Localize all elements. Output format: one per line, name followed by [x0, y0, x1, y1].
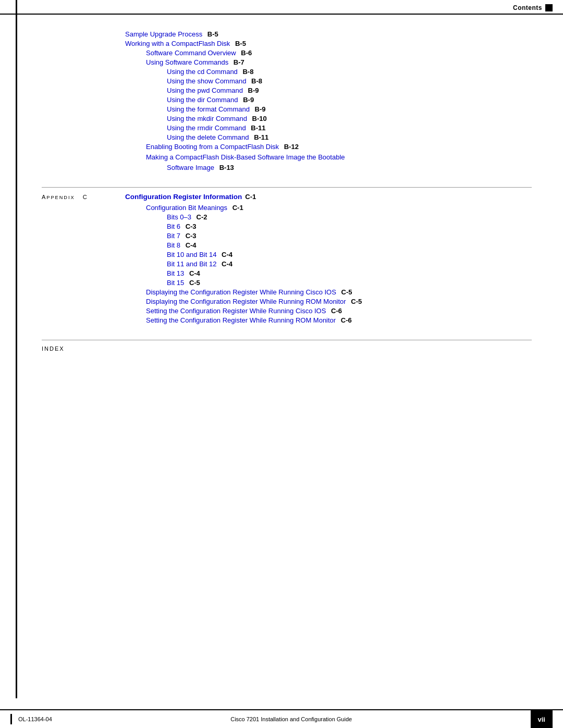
toc-entry-display-ios: Displaying the Configuration Register Wh…: [42, 288, 532, 296]
toc-entry-bit-13: Bit 13 C-4: [42, 269, 532, 277]
toc-entry-bit-7: Bit 7 C-3: [42, 232, 532, 240]
toc-link-using-software-cmds[interactable]: Using Software Commands: [146, 58, 228, 66]
toc-entry-format: Using the format Command B-9: [42, 105, 532, 113]
toc-page-bit-11-12: C-4: [222, 260, 232, 268]
toc-page-delete: B-11: [254, 133, 268, 141]
toc-link-making-bootable[interactable]: Making a CompactFlash Disk-Based Softwar…: [146, 153, 345, 161]
bottom-center-title: Cisco 7201 Installation and Configuratio…: [230, 716, 352, 722]
toc-page-bit-8: C-4: [186, 241, 197, 249]
appendix-c-label: APPENDIX C: [42, 194, 125, 200]
toc-page-bit-15: C-5: [189, 279, 200, 287]
toc-entry-config-bit-meanings: Configuration Bit Meanings C-1: [42, 204, 532, 212]
toc-link-config-bit-meanings[interactable]: Configuration Bit Meanings: [146, 204, 227, 212]
toc-link-dir[interactable]: Using the dir Command: [167, 96, 238, 104]
toc-entry-bit-15: Bit 15 C-5: [42, 279, 532, 287]
toc-link-setting-ios[interactable]: Setting the Configuration Register While…: [146, 307, 326, 315]
toc-entry-bit-6: Bit 6 C-3: [42, 223, 532, 230]
toc-entry-sample-upgrade: Sample Upgrade Process B-5: [42, 30, 532, 38]
toc-page-display-rom: C-5: [351, 298, 362, 305]
toc-entry-dir: Using the dir Command B-9: [42, 96, 532, 104]
toc-link-bit-13[interactable]: Bit 13: [167, 269, 184, 277]
appendix-c-page: C-1: [245, 193, 256, 201]
toc-page-show: B-8: [251, 77, 262, 85]
toc-page-bit-13: C-4: [189, 269, 200, 277]
appendix-c-row: APPENDIX C Configuration Register Inform…: [42, 187, 532, 201]
toc-entry-pwd: Using the pwd Command B-9: [42, 87, 532, 94]
toc-link-rmdir[interactable]: Using the rmdir Command: [167, 124, 246, 132]
toc-entry-software-cmd-overview: Software Command Overview B-6: [42, 49, 532, 57]
left-vertical-bar: [16, 0, 17, 698]
toc-page-using-software-cmds: B-7: [234, 58, 244, 66]
toc-link-pwd[interactable]: Using the pwd Command: [167, 87, 243, 94]
toc-link-bit-11-12[interactable]: Bit 11 and Bit 12: [167, 260, 216, 268]
toc-link-compactflash[interactable]: Working with a CompactFlash Disk: [125, 40, 230, 47]
toc-entry-compactflash: Working with a CompactFlash Disk B-5: [42, 40, 532, 47]
toc-link-sample-upgrade[interactable]: Sample Upgrade Process: [125, 30, 202, 38]
toc-entry-enable-boot: Enabling Booting from a CompactFlash Dis…: [42, 143, 532, 151]
toc-entry-cd: Using the cd Command B-8: [42, 68, 532, 76]
appendix-c-title[interactable]: Configuration Register Information: [125, 193, 242, 201]
index-row: INDEX: [42, 340, 532, 352]
toc-page-software-cmd-overview: B-6: [241, 49, 252, 57]
toc-entry-making-bootable: Making a CompactFlash Disk-Based Softwar…: [42, 152, 532, 172]
bottom-left-bar-icon: [10, 714, 12, 724]
doc-number: OL-11364-04: [18, 716, 52, 722]
toc-page-compactflash: B-5: [235, 40, 246, 47]
toc-page-config-bit-meanings: C-1: [232, 204, 243, 212]
toc-entry-setting-ios: Setting the Configuration Register While…: [42, 307, 532, 315]
toc-link-mkdir[interactable]: Using the mkdir Command: [167, 115, 247, 122]
toc-link-cd[interactable]: Using the cd Command: [167, 68, 238, 76]
toc-link-software-image[interactable]: Software Image: [167, 164, 214, 171]
toc-page-rmdir: B-11: [251, 124, 265, 132]
toc-entry-bit-11-12: Bit 11 and Bit 12 C-4: [42, 260, 532, 268]
index-label: INDEX: [42, 346, 65, 352]
bottom-right-section: vii: [531, 710, 553, 728]
toc-page-sample-upgrade: B-5: [207, 30, 218, 38]
toc-entry-bit-10-14: Bit 10 and Bit 14 C-4: [42, 251, 532, 258]
toc-page-bit-7: C-3: [186, 232, 197, 240]
toc-page-enable-boot: B-12: [284, 143, 299, 151]
header-square-icon: [545, 4, 553, 11]
toc-entry-setting-rom: Setting the Configuration Register While…: [42, 316, 532, 324]
toc-link-show[interactable]: Using the show Command: [167, 77, 246, 85]
toc-entry-delete: Using the delete Command B-11: [42, 133, 532, 141]
toc-link-bit-6[interactable]: Bit 6: [167, 223, 180, 230]
page-number: vii: [531, 710, 553, 728]
toc-page-dir: B-9: [243, 96, 254, 104]
toc-entry-bits-0-3: Bits 0–3 C-2: [42, 213, 532, 221]
toc-link-bits-0-3[interactable]: Bits 0–3: [167, 213, 191, 221]
toc-link-bit-15[interactable]: Bit 15: [167, 279, 184, 287]
toc-page-software-image: B-13: [219, 164, 234, 171]
main-content: Sample Upgrade Process B-5 Working with …: [0, 15, 563, 394]
toc-page-setting-rom: C-6: [341, 316, 352, 324]
top-bar: Contents: [0, 0, 563, 15]
toc-link-bit-7[interactable]: Bit 7: [167, 232, 180, 240]
toc-link-bit-10-14[interactable]: Bit 10 and Bit 14: [167, 251, 216, 258]
toc-page-format: B-9: [255, 105, 266, 113]
toc-page-setting-ios: C-6: [331, 307, 342, 315]
toc-entry-display-rom: Displaying the Configuration Register Wh…: [42, 298, 532, 305]
toc-entry-show: Using the show Command B-8: [42, 77, 532, 85]
toc-link-setting-rom[interactable]: Setting the Configuration Register While…: [146, 316, 336, 324]
bottom-left-section: OL-11364-04: [10, 714, 52, 724]
toc-page-display-ios: C-5: [341, 288, 352, 296]
toc-entry-bit-8: Bit 8 C-4: [42, 241, 532, 249]
toc-page-bit-10-14: C-4: [222, 251, 232, 258]
toc-page-mkdir: B-10: [252, 115, 267, 122]
toc-link-bit-8[interactable]: Bit 8: [167, 241, 180, 249]
toc-link-enable-boot[interactable]: Enabling Booting from a CompactFlash Dis…: [146, 143, 279, 151]
toc-page-cd: B-8: [242, 68, 253, 76]
toc-entry-rmdir: Using the rmdir Command B-11: [42, 124, 532, 132]
toc-link-display-ios[interactable]: Displaying the Configuration Register Wh…: [146, 288, 336, 296]
toc-link-display-rom[interactable]: Displaying the Configuration Register Wh…: [146, 298, 346, 305]
contents-label: Contents: [513, 4, 542, 11]
toc-page-bits-0-3: C-2: [197, 213, 207, 221]
toc-entry-mkdir: Using the mkdir Command B-10: [42, 115, 532, 122]
toc-link-delete[interactable]: Using the delete Command: [167, 133, 249, 141]
toc-page-pwd: B-9: [248, 87, 259, 94]
bottom-bar: OL-11364-04 Cisco 7201 Installation and …: [0, 709, 563, 728]
toc-page-bit-6: C-3: [186, 223, 197, 230]
toc-link-software-cmd-overview[interactable]: Software Command Overview: [146, 49, 236, 57]
toc-entry-using-software-cmds: Using Software Commands B-7: [42, 58, 532, 66]
toc-link-format[interactable]: Using the format Command: [167, 105, 250, 113]
